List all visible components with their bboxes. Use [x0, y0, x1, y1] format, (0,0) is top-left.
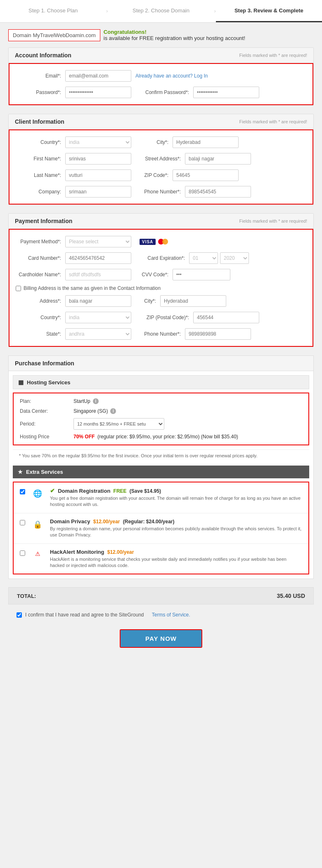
country-label: Country*: — [16, 139, 61, 145]
plan-info-icon[interactable]: i — [93, 398, 99, 404]
hosting-price-value: 70% OFF (regular price: $9.95/mo, your p… — [73, 434, 238, 440]
domain-reg-text: ✔ Domain Registration FREE (Save $14.95)… — [50, 487, 302, 508]
domain-reg-icon: 🌐 — [29, 487, 46, 498]
datacenter-row: Data Center: Singapore (SG) i — [20, 408, 302, 414]
congrats-headline: Congratulations! — [104, 29, 245, 35]
billing-city-label: City*: — [135, 298, 156, 304]
domain-reg-checkbox[interactable] — [20, 489, 25, 494]
plan-row: Plan: StartUp i — [20, 398, 302, 404]
domain-box: Domain MyTravelWebDoamin.com — [8, 29, 100, 41]
domain-privacy-text: Domain Privacy $12.00/year (Regular: $24… — [50, 518, 302, 539]
billing-same-label: Billing Address is the same as given in … — [24, 285, 161, 291]
city-field[interactable] — [173, 136, 239, 148]
purchase-header: Purchase Information — [9, 356, 313, 371]
period-select[interactable]: 12 months $2.95/mo + FREE setu — [73, 418, 164, 430]
zip-field[interactable] — [173, 169, 239, 181]
payment-method-select[interactable]: Please select — [65, 236, 131, 247]
client-panel-body: Country*: india City*: First Name*: Stre… — [9, 129, 313, 205]
total-amount: 35.40 USD — [277, 593, 305, 599]
hosting-section-header: ▦ Hosting Services — [13, 375, 309, 389]
hosting-price-label: Hosting Price — [20, 434, 69, 440]
total-bar: TOTAL: 35.40 USD — [8, 587, 314, 605]
hosting-section: ▦ Hosting Services Plan: StartUp i Data … — [13, 375, 309, 461]
firstname-label: First Name*: — [16, 156, 61, 162]
company-field[interactable] — [65, 186, 131, 198]
visa-icon: VISA — [140, 239, 156, 245]
payment-panel: Payment Information Fields marked with *… — [8, 213, 314, 347]
billing-address-field[interactable] — [65, 295, 131, 307]
pay-now-button[interactable]: PAY NOW — [120, 629, 202, 648]
congrats-bar: Domain MyTravelWebDoamin.com Congratulat… — [8, 29, 314, 41]
account-required-note: Fields marked with * are required! — [239, 53, 307, 58]
confirm-password-label: Confirm Password*: — [135, 89, 189, 95]
company-label: Company: — [16, 189, 61, 195]
billing-zip-label: ZIP (Postal Code)*: — [135, 315, 189, 320]
cardholder-field[interactable] — [65, 269, 131, 280]
payment-method-row: Payment Method*: Please select VISA — [16, 236, 306, 247]
country-select[interactable]: india — [65, 136, 131, 148]
cardholder-cvv-row: Cardholder Name*: CVV Code*: — [16, 269, 306, 280]
billing-state-select[interactable]: andhra — [65, 328, 131, 340]
street-field[interactable] — [185, 153, 251, 165]
payment-panel-body: Payment Method*: Please select VISA Card… — [9, 229, 313, 347]
client-panel-header: Client Information Fields marked with * … — [9, 114, 313, 129]
savings-note: * You save 70% on the regular $9.95/mo f… — [13, 449, 309, 461]
lastname-label: Last Name*: — [16, 172, 61, 178]
step1[interactable]: Step 1. Choose Plan — [0, 0, 106, 22]
firstname-field[interactable] — [65, 153, 131, 165]
payment-panel-title: Payment Information — [15, 218, 72, 224]
company-phone-row: Company: Phone Number*: — [16, 186, 306, 198]
password-field[interactable] — [65, 87, 131, 98]
billing-state-label: State*: — [16, 331, 61, 337]
billing-same-checkbox[interactable] — [16, 286, 21, 291]
domain-privacy-row: 🔒 Domain Privacy $12.00/year (Regular: $… — [14, 513, 308, 544]
payment-panel-header: Payment Information Fields marked with *… — [9, 214, 313, 229]
hosting-icon: ▦ — [18, 379, 24, 386]
billing-zip-field[interactable] — [193, 312, 259, 323]
hackalert-checkbox[interactable] — [20, 550, 25, 556]
card-number-field[interactable] — [65, 252, 131, 264]
cvv-label: CVV Code*: — [135, 272, 168, 278]
firstname-street-row: First Name*: Street Address*: — [16, 153, 306, 165]
datacenter-info-icon[interactable]: i — [110, 408, 116, 414]
billing-country-label: Country*: — [16, 315, 61, 320]
step3[interactable]: Step 3. Review & Complete — [216, 0, 322, 22]
domain-privacy-desc: By registering a domain name, your perso… — [50, 526, 302, 539]
domain-reg-row: 🌐 ✔ Domain Registration FREE (Save $14.9… — [14, 482, 308, 513]
domain-privacy-icon: 🔒 — [29, 518, 46, 529]
password-row: Password*: Confirm Password*: — [16, 87, 306, 98]
terms-text: I confirm that I have read and agree to … — [25, 612, 144, 618]
login-link[interactable]: Already have an account? Log In — [135, 73, 208, 79]
terms-link[interactable]: Terms of Service. — [152, 612, 190, 618]
account-panel-header: Account Information Fields marked with *… — [9, 48, 313, 63]
plan-value: StartUp i — [73, 398, 99, 404]
total-label: TOTAL: — [17, 593, 36, 599]
expiry-group: 01 2020 — [189, 252, 249, 264]
payment-required-note: Fields marked with * are required! — [239, 219, 307, 223]
city-label: City*: — [135, 139, 168, 145]
step2[interactable]: Step 2. Choose Domain — [108, 0, 214, 22]
billing-country-select[interactable]: india — [65, 312, 131, 323]
terms-row: I confirm that I have read and agree to … — [8, 609, 314, 621]
billing-phone-field[interactable] — [185, 328, 251, 340]
password-label: Password*: — [16, 89, 61, 95]
billing-city-field[interactable] — [160, 295, 226, 307]
domain-privacy-name: Domain Privacy $12.00/year (Regular: $24… — [50, 518, 302, 525]
expiry-year-select[interactable]: 2020 — [220, 252, 249, 264]
email-field[interactable] — [65, 70, 131, 82]
datacenter-value: Singapore (SG) i — [73, 408, 116, 414]
lastname-zip-row: Last Name*: ZIP Code*: — [16, 169, 306, 181]
terms-checkbox[interactable] — [17, 612, 22, 618]
hosting-details: Plan: StartUp i Data Center: Singapore (… — [13, 393, 309, 445]
cvv-field[interactable] — [173, 269, 230, 280]
confirm-password-field[interactable] — [193, 87, 259, 98]
lastname-field[interactable] — [65, 169, 131, 181]
billing-phone-label: Phone Number*: — [135, 331, 181, 337]
email-row: Email*: Already have an account? Log In — [16, 70, 306, 82]
congrats-description: is available for FREE registration with … — [104, 35, 245, 41]
expiry-month-select[interactable]: 01 — [189, 252, 218, 264]
phone-field[interactable] — [185, 186, 251, 198]
domain-privacy-checkbox[interactable] — [20, 520, 25, 525]
steps-header: Step 1. Choose Plan › Step 2. Choose Dom… — [0, 0, 322, 23]
email-label: Email*: — [16, 73, 61, 79]
